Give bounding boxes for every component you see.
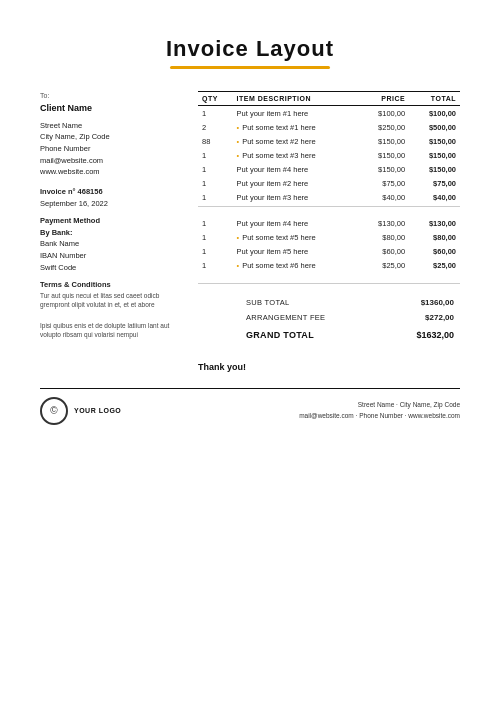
grand-total-row: GRAND TOTAL $1632,00 [242, 326, 458, 342]
iban: IBAN Number [40, 250, 180, 262]
cell-total: $40,00 [409, 190, 460, 204]
cell-price: $250,00 [358, 120, 409, 134]
cell-price: $100,00 [358, 106, 409, 121]
cell-price: $150,00 [358, 162, 409, 176]
cell-desc: Put your item #3 here [233, 190, 359, 204]
cell-total: $130,00 [409, 209, 460, 231]
subtotal-value: $1360,00 [385, 296, 458, 309]
cell-qty: 2 [198, 120, 233, 134]
cell-total: $500,00 [409, 120, 460, 134]
cell-price: $150,00 [358, 134, 409, 148]
invoice-date: September 16, 2022 [40, 198, 180, 210]
cell-price: $150,00 [358, 148, 409, 162]
cell-price: $60,00 [358, 245, 409, 259]
cell-price: $80,00 [358, 231, 409, 245]
payment-label: Payment Method [40, 215, 180, 227]
thank-you-text: Thank you! [198, 362, 246, 372]
col-qty: QTY [198, 92, 233, 106]
invoice-page: Invoice Layout To: Client Name Street Na… [0, 0, 500, 715]
swift: Swift Code [40, 262, 180, 274]
left-column: To: Client Name Street Name City Name, Z… [40, 91, 180, 372]
cell-desc: Put your item #4 here [233, 162, 359, 176]
grand-total-label: GRAND TOTAL [242, 326, 383, 342]
client-name: Client Name [40, 102, 180, 116]
terms-text1: Tur aut quis necui et litas sed caeet od… [40, 291, 170, 309]
arrangement-value: $272,00 [385, 311, 458, 324]
cell-qty: 1 [198, 162, 233, 176]
table-row: 1Put your item #4 here$150,00$150,00 [198, 162, 460, 176]
logo-text: YOUR LOGO [74, 407, 121, 414]
by-bank-label: By Bank: [40, 227, 180, 239]
table-row: 1•Put some text #3 here$150,00$150,00 [198, 148, 460, 162]
cell-qty: 1 [198, 176, 233, 190]
terms-label: Terms & Conditions [40, 279, 180, 291]
table-row: 1Put your item #1 here$100,00$100,00 [198, 106, 460, 121]
cell-desc: Put your item #2 here [233, 176, 359, 190]
table-row: 1•Put some text #6 here$25,00$25,00 [198, 259, 460, 273]
items-table: QTY ITEM DESCRIPTION PRICE TOTAL 1Put yo… [198, 91, 460, 273]
col-price: PRICE [358, 92, 409, 106]
cell-desc: •Put some text #3 here [233, 148, 359, 162]
cell-price: $75,00 [358, 176, 409, 190]
cell-desc: •Put some text #6 here [233, 259, 359, 273]
invoice-title: Invoice Layout [40, 36, 460, 62]
cell-qty: 1 [198, 148, 233, 162]
invoice-label: Invoice n° 468156 [40, 186, 180, 198]
cell-price: $25,00 [358, 259, 409, 273]
city: City Name, Zip Code [40, 131, 180, 143]
cell-desc: •Put some text #5 here [233, 231, 359, 245]
cell-total: $150,00 [409, 148, 460, 162]
address-block: Street Name City Name, Zip Code Phone Nu… [40, 120, 180, 178]
table-row: 1Put your item #3 here$40,00$40,00 [198, 190, 460, 204]
cell-total: $100,00 [409, 106, 460, 121]
table-row: 1•Put some text #5 here$80,00$80,00 [198, 231, 460, 245]
cell-desc: Put your item #5 here [233, 245, 359, 259]
table-row: 1Put your item #2 here$75,00$75,00 [198, 176, 460, 190]
title-underline [170, 66, 330, 69]
totals-table: SUB TOTAL $1360,00 ARRANGEMENT FEE $272,… [240, 294, 460, 344]
footer-contact: Street Name · City Name, Zip Code mail@w… [299, 400, 460, 421]
footer: © YOUR LOGO Street Name · City Name, Zip… [40, 388, 460, 425]
cell-total: $25,00 [409, 259, 460, 273]
footer-contact-line1: Street Name · City Name, Zip Code [299, 400, 460, 410]
street: Street Name [40, 120, 180, 132]
email: mail@website.com [40, 155, 180, 167]
table-row: 88•Put some text #2 here$150,00$150,00 [198, 134, 460, 148]
cell-price: $40,00 [358, 190, 409, 204]
cell-total: $60,00 [409, 245, 460, 259]
col-total: TOTAL [409, 92, 460, 106]
cell-desc: Put your item #4 here [233, 209, 359, 231]
divider [198, 283, 460, 284]
subtotal-label: SUB TOTAL [242, 296, 383, 309]
cell-total: $80,00 [409, 231, 460, 245]
cell-total: $150,00 [409, 134, 460, 148]
terms-text2: Ipisi quibus enis et de dolupte latiium … [40, 321, 170, 339]
table-row: 1Put your item #5 here$60,00$60,00 [198, 245, 460, 259]
main-content: To: Client Name Street Name City Name, Z… [40, 91, 460, 372]
footer-contact-line2: mail@website.com · Phone Number · www.we… [299, 411, 460, 421]
cell-qty: 1 [198, 231, 233, 245]
table-row: 1Put your item #4 here$130,00$130,00 [198, 209, 460, 231]
cell-desc: Put your item #1 here [233, 106, 359, 121]
thank-you-row: Thank you! [198, 362, 460, 372]
cell-desc: •Put some text #1 here [233, 120, 359, 134]
website: www.website.com [40, 166, 180, 178]
cell-qty: 1 [198, 209, 233, 231]
cell-desc: •Put some text #2 here [233, 134, 359, 148]
logo-icon: © [40, 397, 68, 425]
cell-total: $150,00 [409, 162, 460, 176]
cell-qty: 88 [198, 134, 233, 148]
cell-qty: 1 [198, 259, 233, 273]
bank-name: Bank Name [40, 238, 180, 250]
cell-qty: 1 [198, 245, 233, 259]
cell-qty: 1 [198, 190, 233, 204]
grand-total-value: $1632,00 [385, 326, 458, 342]
subtotal-row: SUB TOTAL $1360,00 [242, 296, 458, 309]
table-row: 2•Put some text #1 here$250,00$500,00 [198, 120, 460, 134]
phone: Phone Number [40, 143, 180, 155]
cell-qty: 1 [198, 106, 233, 121]
cell-price: $130,00 [358, 209, 409, 231]
cell-total: $75,00 [409, 176, 460, 190]
col-desc: ITEM DESCRIPTION [233, 92, 359, 106]
arrangement-label: ARRANGEMENT FEE [242, 311, 383, 324]
